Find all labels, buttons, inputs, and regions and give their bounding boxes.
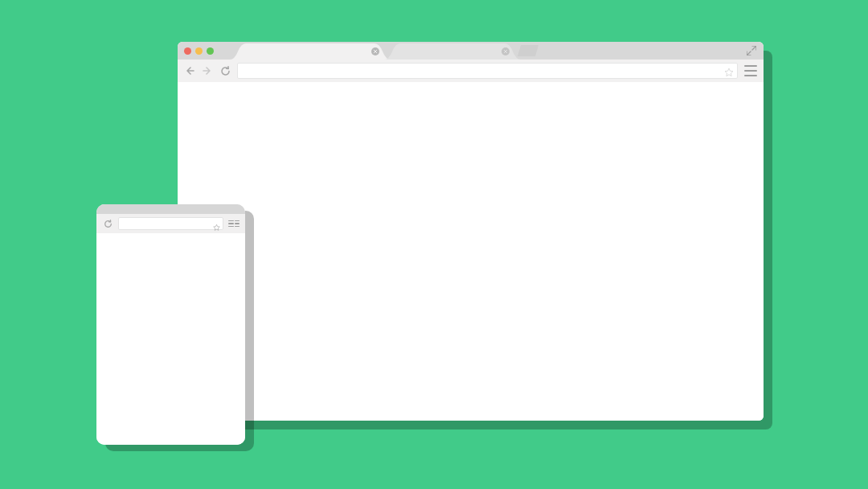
window-zoom-button[interactable] bbox=[207, 47, 214, 55]
desktop-viewport bbox=[178, 82, 764, 421]
desktop-titlebar bbox=[178, 42, 764, 60]
forward-button[interactable] bbox=[202, 65, 213, 76]
desktop-toolbar bbox=[178, 60, 764, 83]
tab-close-button[interactable] bbox=[371, 47, 379, 55]
window-minimize-button[interactable] bbox=[195, 47, 203, 55]
mobile-address-bar[interactable] bbox=[118, 217, 223, 230]
stage bbox=[0, 0, 868, 489]
tab-close-button[interactable] bbox=[502, 47, 510, 55]
address-input[interactable] bbox=[241, 64, 721, 78]
reload-button[interactable] bbox=[219, 65, 231, 76]
mobile-toolbar bbox=[96, 214, 245, 234]
back-button[interactable] bbox=[184, 65, 195, 76]
mobile-reload-button[interactable] bbox=[102, 218, 113, 229]
menu-button[interactable] bbox=[744, 65, 757, 76]
desktop-browser-window bbox=[178, 42, 764, 421]
address-bar[interactable] bbox=[237, 63, 738, 79]
browser-tab-inactive[interactable] bbox=[384, 43, 521, 60]
fullscreen-icon[interactable] bbox=[746, 45, 757, 56]
mobile-viewport bbox=[96, 233, 245, 445]
browser-tab-active[interactable] bbox=[230, 43, 391, 60]
mobile-titlebar bbox=[96, 204, 245, 214]
window-close-button[interactable] bbox=[184, 47, 191, 55]
mobile-menu-button[interactable] bbox=[228, 220, 240, 228]
mobile-browser-window bbox=[96, 204, 245, 445]
mobile-bookmark-star-icon[interactable] bbox=[213, 220, 220, 228]
tab-strip bbox=[230, 42, 538, 60]
bookmark-star-icon[interactable] bbox=[724, 66, 734, 76]
window-controls bbox=[184, 42, 214, 60]
mobile-address-input[interactable] bbox=[121, 218, 211, 229]
